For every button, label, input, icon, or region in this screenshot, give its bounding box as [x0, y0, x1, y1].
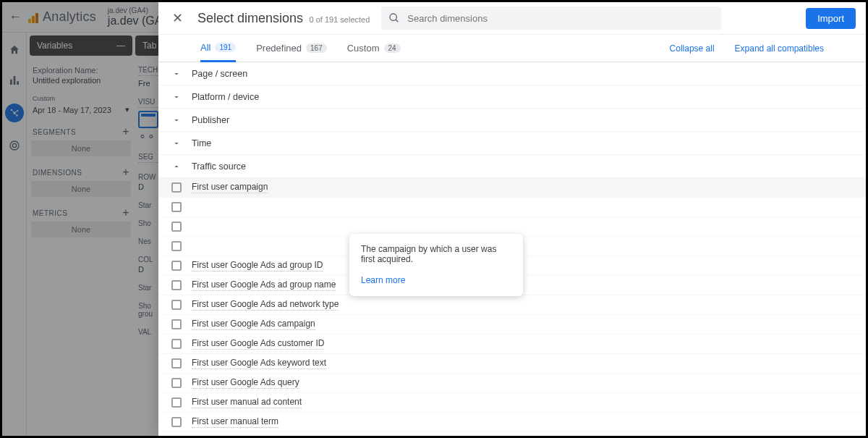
- svg-point-9: [390, 14, 396, 20]
- group-name: Traffic source: [192, 161, 246, 172]
- checkbox[interactable]: [171, 339, 182, 349]
- modal-title-wrap: Select dimensions 0 of 191 selected: [197, 11, 370, 26]
- tab-all[interactable]: All 191: [200, 35, 236, 62]
- dimension-row[interactable]: First user Google Ads keyword text: [158, 354, 866, 374]
- group-name: Time: [192, 138, 211, 148]
- chevron-down-icon: [171, 139, 182, 148]
- checkbox[interactable]: [171, 378, 182, 388]
- checkbox[interactable]: [171, 222, 182, 232]
- tab-predefined-label: Predefined: [256, 43, 302, 54]
- modal-title: Select dimensions: [197, 11, 303, 25]
- checkbox[interactable]: [171, 280, 182, 290]
- dimension-group[interactable]: Publisher: [158, 109, 866, 132]
- dimension-group[interactable]: Page / screen: [158, 62, 866, 85]
- modal-subtitle: 0 of 191 selected: [310, 15, 370, 24]
- collapse-all-link[interactable]: Collapse all: [670, 43, 715, 54]
- svg-line-10: [396, 20, 398, 22]
- dimension-row[interactable]: First user manual ad content: [158, 393, 866, 413]
- chevron-down-icon: [171, 70, 182, 78]
- checkbox[interactable]: [171, 319, 182, 329]
- dimension-row[interactable]: First user Google Ads customer ID: [158, 334, 866, 354]
- import-button[interactable]: Import: [806, 8, 856, 29]
- dimension-tooltip: The campaign by which a user was first a…: [349, 234, 523, 296]
- checkbox[interactable]: [171, 261, 182, 271]
- dimension-name: First user Google Ads query: [192, 377, 299, 389]
- dimension-row[interactable]: First user manual term: [158, 413, 866, 432]
- dimension-name: First user Google Ads customer ID: [192, 338, 324, 350]
- checkbox[interactable]: [171, 417, 182, 427]
- dimension-name: First user Google Ads ad group ID: [192, 260, 323, 271]
- chevron-up-icon: [171, 162, 182, 171]
- tab-predefined[interactable]: Predefined 167: [256, 35, 327, 62]
- dimension-row[interactable]: First user Google Ads campaign: [158, 315, 866, 334]
- tab-custom[interactable]: Custom 24: [347, 35, 401, 62]
- search-wrap: [381, 7, 794, 30]
- checkbox[interactable]: [171, 397, 182, 408]
- dimension-row[interactable]: First user campaign: [158, 178, 866, 198]
- tooltip-text: The campaign by which a user was first a…: [361, 244, 511, 264]
- expand-all-link[interactable]: Expand all compatibles: [735, 43, 824, 54]
- search-icon: [388, 12, 400, 24]
- dimension-name: First user Google Ads ad network type: [192, 299, 339, 311]
- modal-header: ✕ Select dimensions 0 of 191 selected Im…: [158, 2, 866, 35]
- checkbox[interactable]: [171, 358, 182, 368]
- dimension-row[interactable]: [158, 198, 866, 217]
- chevron-down-icon: [171, 93, 182, 101]
- close-icon[interactable]: ✕: [169, 10, 186, 26]
- search-box[interactable]: [381, 7, 721, 30]
- group-name: Platform / device: [192, 92, 259, 102]
- dimension-name: First user manual ad content: [192, 397, 302, 408]
- dimension-name: First user Google Ads ad group name: [192, 279, 336, 291]
- checkbox[interactable]: [171, 182, 182, 193]
- chevron-down-icon: [171, 116, 182, 125]
- dimension-name: First user manual term: [192, 416, 278, 428]
- checkbox[interactable]: [171, 241, 182, 251]
- group-name: Publisher: [192, 115, 229, 125]
- dimension-group-expanded[interactable]: Traffic source: [158, 155, 866, 178]
- dimension-group[interactable]: Platform / device: [158, 85, 866, 109]
- tab-all-count: 191: [215, 43, 236, 52]
- modal-tabs: All 191 Predefined 167 Custom 24 Collaps…: [158, 35, 866, 62]
- dimension-row[interactable]: First user medium: [158, 432, 866, 436]
- tab-custom-label: Custom: [347, 43, 380, 54]
- tab-predefined-count: 167: [306, 43, 327, 53]
- checkbox[interactable]: [171, 202, 182, 212]
- dimension-row[interactable]: First user Google Ads query: [158, 374, 866, 393]
- group-name: Page / screen: [192, 69, 247, 79]
- search-input[interactable]: [407, 13, 714, 24]
- dimension-name: First user campaign: [192, 182, 268, 193]
- dimension-name: First user Google Ads campaign: [192, 319, 315, 330]
- dimension-group[interactable]: Time: [158, 132, 866, 155]
- select-dimensions-modal: ✕ Select dimensions 0 of 191 selected Im…: [158, 2, 866, 436]
- tooltip-learn-more-link[interactable]: Learn more: [361, 275, 405, 285]
- dimension-name: First user Google Ads keyword text: [192, 358, 326, 369]
- tab-all-label: All: [200, 42, 210, 53]
- tab-custom-count: 24: [384, 43, 401, 53]
- dimension-row[interactable]: First user Google Ads ad network type: [158, 295, 866, 315]
- checkbox[interactable]: [171, 300, 182, 310]
